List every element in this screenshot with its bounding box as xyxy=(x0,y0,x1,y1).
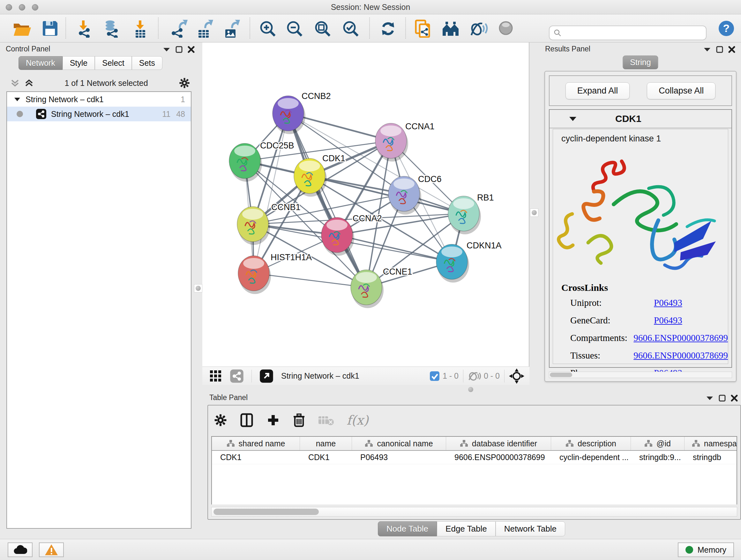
column-header-name[interactable]: name xyxy=(300,437,352,450)
crosslink-value-link[interactable]: 9606.ENSP00000378699 xyxy=(633,350,728,361)
delete-table-icon xyxy=(318,414,334,427)
panel-menu-icon[interactable] xyxy=(703,47,711,52)
import-table-file-button[interactable] xyxy=(131,19,150,38)
collection-expander-icon[interactable] xyxy=(14,97,20,102)
save-session-button[interactable] xyxy=(41,19,60,38)
edge-CCNA2-CDKN1A[interactable] xyxy=(337,235,452,262)
float-panel-icon[interactable] xyxy=(176,46,183,53)
crosslink-value-link[interactable]: P06493 xyxy=(654,298,682,308)
help-button[interactable]: ? xyxy=(717,19,736,38)
tab-edge-table[interactable]: Edge Table xyxy=(437,521,495,537)
edge-CCNB2-HIST1H1A[interactable] xyxy=(254,113,288,273)
column-header-description[interactable]: description xyxy=(551,437,631,450)
table-hscrollbar[interactable] xyxy=(211,507,737,516)
node-HIST1H1A[interactable] xyxy=(238,256,271,294)
float-panel-icon[interactable] xyxy=(719,395,726,401)
panel-menu-icon[interactable] xyxy=(163,47,171,52)
expand-all-icon[interactable] xyxy=(24,78,34,88)
node-CDK1[interactable] xyxy=(294,159,327,197)
table-settings-gear-icon[interactable] xyxy=(214,414,227,427)
show-columns-icon[interactable] xyxy=(239,413,254,428)
import-network-file-button[interactable] xyxy=(75,19,94,38)
cell-description[interactable]: cyclin-dependent ... xyxy=(551,451,631,464)
warnings-button[interactable] xyxy=(39,543,64,557)
cloud-button[interactable] xyxy=(8,543,32,557)
cell--id[interactable]: stringdb:9... xyxy=(631,451,684,464)
crosslink-value-link[interactable]: 9606.ENSP00000378699 xyxy=(633,333,728,343)
network-tree: String Network – cdk1 1 String Network –… xyxy=(6,91,192,529)
crosslink-value-link[interactable]: P06493 xyxy=(654,315,682,326)
share-documents-button[interactable] xyxy=(413,19,432,38)
search-input[interactable] xyxy=(562,28,699,37)
results-hscrollbar[interactable] xyxy=(549,372,732,378)
gene-expander-icon[interactable] xyxy=(569,116,577,122)
network-row[interactable]: String Network – cdk1 11 48 xyxy=(7,107,191,121)
node-CDKN1A[interactable] xyxy=(436,244,469,283)
cell-name[interactable]: CDK1 xyxy=(300,451,352,464)
cell-canonical-name[interactable]: P06493 xyxy=(352,451,446,464)
birds-eye-view-icon[interactable] xyxy=(209,369,223,383)
refresh-button[interactable] xyxy=(379,19,398,38)
close-panel-icon[interactable] xyxy=(728,46,735,53)
tab-node-table[interactable]: Node Table xyxy=(378,521,437,537)
tab-string[interactable]: String xyxy=(623,56,658,69)
zoom-in-button[interactable] xyxy=(258,19,277,38)
node-CCNE1[interactable] xyxy=(351,270,384,308)
zoom-selected-button[interactable] xyxy=(341,19,360,38)
export-table-button[interactable] xyxy=(194,19,213,38)
tab-style[interactable]: Style xyxy=(63,56,95,70)
tab-sets[interactable]: Sets xyxy=(132,56,162,70)
right-splitter-handle[interactable] xyxy=(530,208,538,217)
cell-database-identifier[interactable]: 9606.ENSP00000378699 xyxy=(446,451,551,464)
fit-selected-icon[interactable] xyxy=(509,368,524,384)
string-home-button[interactable] xyxy=(441,19,460,38)
delete-column-icon[interactable] xyxy=(292,413,306,428)
import-network-database-button[interactable] xyxy=(102,19,121,38)
column-header--id[interactable]: @id xyxy=(631,437,684,450)
close-panel-icon[interactable] xyxy=(731,395,738,401)
show-panel-button[interactable] xyxy=(496,19,516,38)
node-RB1[interactable] xyxy=(448,196,481,234)
cell-shared-name[interactable]: CDK1 xyxy=(212,451,300,464)
network-collection-row[interactable]: String Network – cdk1 1 xyxy=(7,92,191,107)
left-splitter-handle[interactable] xyxy=(194,284,202,293)
cell-namespac[interactable]: stringdb xyxy=(684,451,737,464)
expand-all-button[interactable]: Expand All xyxy=(565,82,630,99)
create-column-icon[interactable] xyxy=(266,413,280,427)
memory-button[interactable]: Memory xyxy=(678,543,734,557)
column-header-database-identifier[interactable]: database identifier xyxy=(446,437,551,450)
close-panel-icon[interactable] xyxy=(188,46,195,53)
node-table[interactable]: shared namenamecanonical namedatabase id… xyxy=(211,436,737,504)
gene-description: cyclin-dependent kinase 1 xyxy=(553,129,728,147)
network-canvas[interactable]: CCNB2CCNA1CDC25BCDK1CDC6RB1CCNB1CCNA2CDK… xyxy=(202,43,529,367)
node-CCNA2[interactable] xyxy=(321,217,354,256)
tab-select[interactable]: Select xyxy=(95,56,131,70)
node-CDC6[interactable] xyxy=(388,176,421,214)
status-bar: Memory xyxy=(0,539,741,560)
export-network-button[interactable] xyxy=(169,19,188,38)
gear-icon[interactable] xyxy=(179,77,190,89)
open-session-icon xyxy=(12,19,31,38)
column-header-canonical-name[interactable]: canonical name xyxy=(352,437,446,450)
selected-checkbox-icon[interactable] xyxy=(429,371,440,381)
float-panel-icon[interactable] xyxy=(716,46,723,53)
column-header-shared-name[interactable]: shared name xyxy=(212,437,300,450)
collapse-all-button[interactable]: Collapse All xyxy=(647,82,716,99)
string-tab-icon[interactable] xyxy=(230,369,244,383)
zoom-out-button[interactable] xyxy=(285,19,304,38)
open-in-new-window-icon[interactable] xyxy=(259,369,273,383)
column-header-namespac[interactable]: namespac xyxy=(684,437,737,450)
zoom-fit-button[interactable] xyxy=(313,19,332,38)
panel-menu-icon[interactable] xyxy=(706,395,714,401)
open-session-button[interactable] xyxy=(12,19,31,38)
node-CDC25B[interactable] xyxy=(229,143,262,182)
export-image-button[interactable] xyxy=(221,19,240,38)
search-field[interactable] xyxy=(549,25,706,40)
collapse-all-icon[interactable] xyxy=(10,78,20,88)
table-row[interactable]: CDK1CDK1P064939606.ENSP00000378699cyclin… xyxy=(212,451,737,464)
hide-panel-button[interactable] xyxy=(469,19,488,38)
tab-network-table[interactable]: Network Table xyxy=(495,521,565,537)
node-CCNB2[interactable] xyxy=(273,96,306,134)
node-CCNA1[interactable] xyxy=(375,123,408,162)
tab-network[interactable]: Network xyxy=(18,56,63,70)
